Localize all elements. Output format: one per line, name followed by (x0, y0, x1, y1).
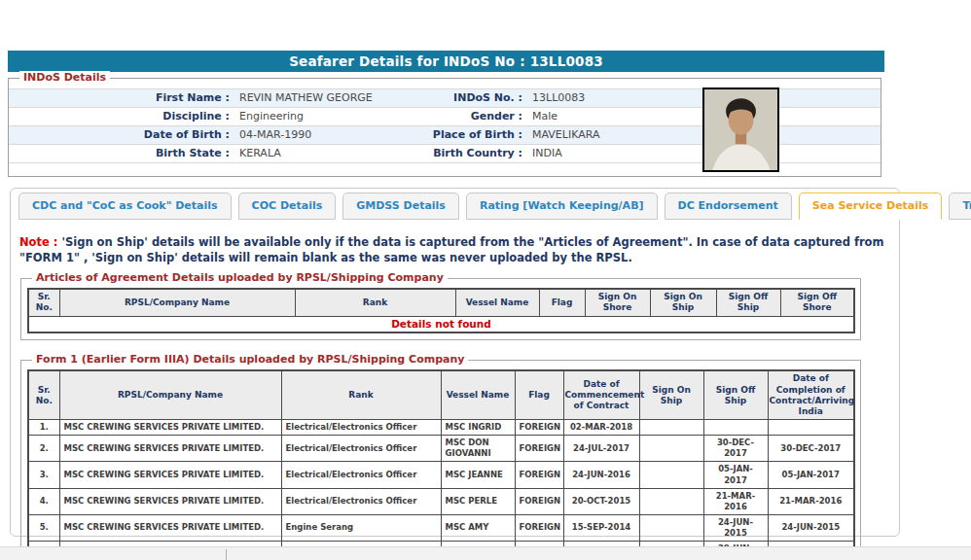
table-cell: FOREIGN (515, 420, 563, 436)
field-label: Gender : (429, 108, 522, 125)
column-header: Sign On Shore (585, 289, 650, 316)
table-row: 4.MSC CREWING SERVICES PRIVATE LIMITED.E… (28, 488, 854, 514)
table-cell (639, 514, 703, 541)
tab-dc-endorsement[interactable]: DC Endorsement (665, 192, 792, 220)
field-label: Discipline : (9, 108, 230, 125)
articles-table: Sr. No. RPSL/Company Name Rank Vessel Na… (27, 288, 855, 333)
table-cell: FOREIGN (515, 514, 563, 541)
table-row: 5.MSC CREWING SERVICES PRIVATE LIMITED.E… (28, 514, 854, 541)
articles-of-agreement-fieldset: Articles of Agreement Details uploaded b… (20, 278, 861, 340)
table-cell: FOREIGN (515, 436, 563, 462)
table-cell: MSC CREWING SERVICES PRIVATE LIMITED. (59, 488, 281, 514)
column-header: Vessel Name (441, 370, 515, 420)
table-cell: FOREIGN (515, 488, 563, 514)
field-label: Place of Birth : (429, 126, 522, 144)
column-header: Sign Off Ship (716, 289, 780, 316)
table-cell: 5. (28, 514, 59, 541)
field-value: MAVELIKARA (522, 126, 881, 144)
field-value: 04-MAR-1990 (230, 126, 429, 144)
field-value: INDIA (522, 145, 881, 162)
column-header: Rank (295, 289, 455, 316)
column-header: Rank (281, 370, 441, 420)
column-header: Flag (539, 289, 585, 316)
field-label: Date of Birth : (9, 126, 230, 144)
note: Note : 'Sign on Ship' details will be av… (19, 234, 889, 265)
table-cell: MSC DON GIOVANNI (441, 436, 515, 462)
column-header: Vessel Name (455, 289, 539, 316)
table-cell: 21-MAR-2016 (703, 488, 768, 514)
person-portrait-icon (704, 89, 777, 170)
column-header: Flag (515, 370, 563, 420)
table-row: Details not found (28, 316, 854, 332)
form1-legend: Form 1 (Earlier Form IIIA) Details uploa… (32, 353, 468, 366)
field-label: First Name : (9, 89, 230, 107)
indos-details-legend: INDoS Details (19, 71, 110, 84)
table-cell: FOREIGN (515, 462, 563, 488)
table-cell (639, 462, 703, 488)
table-cell: 21-MAR-2016 (768, 488, 854, 514)
table-cell (639, 488, 703, 514)
table-cell: Electrical/Electronics Officer (281, 462, 441, 488)
table-cell: Electrical/Electronics Officer (281, 420, 441, 436)
table-cell: 15-SEP-2014 (563, 514, 639, 541)
field-label: INDoS No. : (429, 89, 522, 107)
table-cell: 30-DEC-2017 (768, 436, 854, 462)
column-header: Sr. No. (28, 289, 59, 316)
page-title: Seafarer Details for INDoS No : 13LL0083 (289, 53, 603, 69)
table-cell: 02-MAR-2018 (563, 420, 639, 436)
table-cell: MSC CREWING SERVICES PRIVATE LIMITED. (59, 436, 281, 462)
table-header-row: Sr. No. RPSL/Company Name Rank Vessel Na… (28, 289, 854, 316)
tab-training-details[interactable]: Training Details (949, 192, 971, 220)
table-cell: Electrical/Electronics Officer (281, 436, 441, 462)
column-header: Sign On Ship (650, 289, 716, 316)
field-value: 13LL0083 (522, 89, 881, 107)
table-cell: 24-JUL-2017 (563, 436, 639, 462)
table-row: 1.MSC CREWING SERVICES PRIVATE LIMITED.E… (28, 420, 854, 436)
table-cell (768, 420, 854, 436)
table-cell: MSC JEANNE (441, 462, 515, 488)
table-cell: MSC PERLE (441, 488, 515, 514)
table-cell (639, 436, 703, 462)
form1-fieldset: Form 1 (Earlier Form IIIA) Details uploa… (20, 360, 861, 560)
form1-table: Sr. No. RPSL/Company Name Rank Vessel Na… (27, 369, 855, 560)
table-cell: MSC CREWING SERVICES PRIVATE LIMITED. (59, 514, 281, 541)
seafarer-details-page: Seafarer Details for INDoS No : 13LL0083… (0, 0, 971, 560)
tab-rating-watch-keeping-ab[interactable]: Rating [Watch Keeping/AB] (466, 192, 658, 220)
field-label: Birth State : (9, 145, 230, 162)
column-header: RPSL/Company Name (59, 289, 295, 316)
field-value: Male (522, 108, 881, 125)
field-value: REVIN MATHEW GEORGE (230, 89, 429, 107)
column-header: Sign Off Shore (780, 289, 854, 316)
horizontal-scrollbar[interactable] (0, 546, 971, 560)
table-cell: MSC CREWING SERVICES PRIVATE LIMITED. (59, 462, 281, 488)
column-header: Sign Off Ship (703, 370, 768, 420)
note-label: Note : (19, 235, 57, 249)
table-cell: MSC INGRID (441, 420, 515, 436)
tab-sea-service-details[interactable]: Sea Service Details (799, 192, 943, 220)
tab-cdc-coc-cook-details[interactable]: CDC and "CoC as Cook" Details (18, 192, 232, 220)
column-header: Sr. No. (28, 370, 59, 420)
articles-legend: Articles of Agreement Details uploaded b… (32, 271, 448, 284)
table-cell: 20-OCT-2015 (563, 488, 639, 514)
table-cell: 05-JAN-2017 (703, 462, 768, 488)
table-row: 2.MSC CREWING SERVICES PRIVATE LIMITED.E… (28, 436, 854, 462)
table-cell: 2. (28, 436, 59, 462)
table-cell: 1. (28, 420, 59, 436)
field-label: Birth Country : (429, 145, 522, 162)
table-cell: 30-DEC-2017 (703, 436, 768, 462)
tab-bar: CDC and "CoC as Cook" Details COC Detail… (18, 192, 899, 220)
scrollbar-thumb-edge (226, 549, 227, 560)
tab-content-panel: CDC and "CoC as Cook" Details COC Detail… (10, 188, 900, 537)
tab-gmdss-details[interactable]: GMDSS Details (342, 192, 459, 220)
page-title-bar: Seafarer Details for INDoS No : 13LL0083 (8, 51, 884, 72)
empty-message: Details not found (28, 316, 854, 332)
field-value: KERALA (230, 145, 429, 162)
table-row: 3.MSC CREWING SERVICES PRIVATE LIMITED.E… (28, 462, 854, 488)
table-cell: MSC CREWING SERVICES PRIVATE LIMITED. (59, 420, 281, 436)
seafarer-photo (702, 88, 779, 172)
column-header: Date of Commencement of Contract (563, 370, 639, 420)
column-header: RPSL/Company Name (59, 370, 281, 420)
table-cell: Electrical/Electronics Officer (281, 488, 441, 514)
tab-coc-details[interactable]: COC Details (238, 192, 337, 220)
table-cell: 3. (28, 462, 59, 488)
